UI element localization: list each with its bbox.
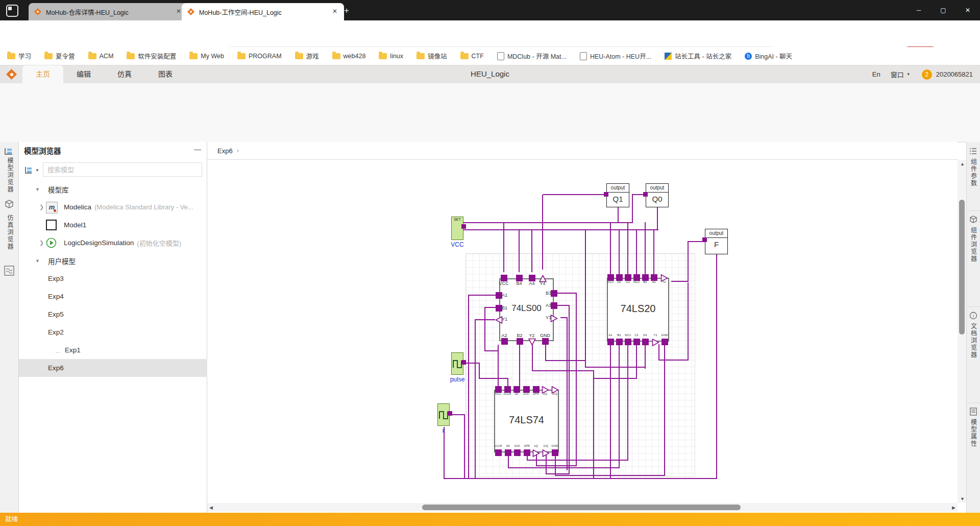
search-input[interactable] — [43, 162, 202, 177]
pin-Y1-output[interactable] — [652, 339, 659, 346]
tree-item-Exp3[interactable]: Exp3 — [19, 270, 207, 288]
search-filter-button[interactable]: ▼ — [24, 162, 40, 178]
sidebar-tab-model-browser[interactable]: 模型浏览器 — [6, 157, 14, 193]
source-pin[interactable] — [448, 411, 452, 416]
diagram-canvas[interactable]: 74LS00VCCB4A4Y4A2B2Y2GNDA1B1Y1B3A3Y374LS… — [207, 160, 958, 503]
tree-item-Exp5[interactable]: Exp5 — [19, 305, 207, 323]
language-toggle[interactable]: En — [872, 70, 880, 78]
tree-item-Exp1[interactable]: ..Exp1 — [19, 341, 207, 359]
maximize-button[interactable]: ▢ — [931, 0, 955, 20]
pin-GND[interactable] — [662, 339, 668, 345]
pin-B1[interactable] — [616, 339, 623, 345]
dock-tab-模型属性[interactable]: 模型属性 — [967, 402, 980, 505]
pin-NC1[interactable] — [625, 339, 631, 345]
component-cube-icon[interactable] — [4, 199, 14, 211]
dock-tab-文档浏览器[interactable]: i文档浏览器 — [967, 306, 980, 403]
expand-icon[interactable]: ❯ — [39, 240, 44, 246]
horizontal-scroll-thumb[interactable] — [422, 505, 741, 510]
pin-A3[interactable] — [551, 302, 557, 309]
vertical-scrollbar[interactable]: ▲ ▼ — [958, 160, 966, 503]
pin-1D[interactable] — [505, 449, 511, 456]
tab-actions-icon[interactable] — [6, 5, 18, 17]
scroll-right-icon[interactable]: ▶ — [952, 505, 955, 510]
output-pin[interactable] — [643, 192, 648, 197]
notification-badge[interactable]: 2 — [922, 69, 932, 80]
pin-Y2-output[interactable] — [528, 338, 536, 346]
pin-1CK[interactable] — [514, 449, 521, 456]
bookmark-item[interactable]: HEU-Atom - HEU开... — [580, 51, 651, 61]
output-block-F[interactable]: outputF — [705, 229, 728, 254]
tree-item-LogicDesignSimulation[interactable]: ❯LogicDesignSimulation(初始化空模型) — [19, 234, 207, 252]
dock-tab-组件参数[interactable]: 组件参数 — [967, 142, 980, 211]
bookmark-item[interactable]: 游戏 — [295, 51, 319, 61]
pin-A1[interactable] — [607, 339, 614, 345]
ribbon-tab-编辑[interactable]: 编辑 — [63, 65, 104, 83]
bookmark-item[interactable]: web428 — [332, 53, 366, 60]
bookmark-item[interactable]: 镜像站 — [416, 51, 447, 61]
bookmark-item[interactable]: 软件安装配置 — [127, 51, 176, 61]
pin-GND[interactable] — [552, 449, 558, 456]
bookmark-item[interactable]: linux — [379, 53, 403, 60]
pin-C1[interactable] — [633, 339, 640, 345]
new-tab-button[interactable]: + — [341, 5, 352, 16]
chevron-down-icon[interactable]: ▼ — [906, 72, 911, 77]
bookmark-item[interactable]: My Web — [189, 53, 224, 60]
bookmark-item[interactable]: 站长工具 - 站长之家 — [665, 51, 731, 61]
output-block-Q0[interactable]: outputQ0 — [646, 183, 669, 207]
pin-GND[interactable] — [542, 338, 549, 345]
sim-browser-wave-icon[interactable] — [4, 266, 14, 278]
bookmark-item[interactable]: ACM — [88, 53, 114, 60]
bookmark-item[interactable]: bBingAI - 聊天 — [745, 51, 792, 61]
model-browser-tab-icon[interactable] — [4, 147, 13, 157]
source-pin[interactable] — [461, 360, 466, 365]
pin-1Q-output[interactable] — [532, 449, 540, 457]
ribbon-tab-图表[interactable]: 图表 — [145, 65, 186, 83]
bookmark-item[interactable]: 学习 — [7, 51, 31, 61]
bookmark-item[interactable]: CTF — [460, 53, 484, 60]
breadcrumb-item[interactable]: Exp6 — [217, 147, 233, 155]
tree-item-Model1[interactable]: Model1 — [19, 216, 207, 234]
source-pin[interactable] — [461, 224, 466, 229]
bookmark-item[interactable]: 夏令营 — [44, 51, 75, 61]
expand-icon[interactable]: ❯ — [39, 204, 44, 210]
tree-item-Exp6[interactable]: Exp6 — [19, 359, 207, 377]
output-block-Q1[interactable]: outputQ1 — [606, 183, 629, 207]
browser-tab-1[interactable]: MoHub-仓库详情-HEU_Logic ✕ — [29, 3, 188, 20]
ribbon-tab-仿真[interactable]: 仿真 — [104, 65, 145, 83]
vertical-scroll-thumb[interactable] — [959, 200, 965, 334]
pin-D1[interactable] — [642, 339, 649, 345]
dock-tab-组件浏览器[interactable]: 组件浏览器 — [967, 210, 980, 307]
tree-item-Exp2[interactable]: Exp2 — [19, 323, 207, 341]
wire-segment — [463, 229, 658, 230]
collapse-icon[interactable]: ▼ — [35, 258, 40, 264]
window-menu[interactable]: 窗口 — [891, 69, 904, 79]
sidebar-tab-sim-browser[interactable]: 仿真浏览器 — [6, 214, 14, 250]
ribbon-tab-主页[interactable]: 主页 — [22, 65, 63, 83]
pin-B3[interactable] — [551, 290, 557, 297]
panel-minimize-icon[interactable]: — — [193, 145, 202, 154]
tree-item-Modelica[interactable]: ❯mModelica(Modelica Standard Library - V… — [19, 198, 207, 216]
bookmark-item[interactable]: MDClub - 开源 Mat... — [497, 51, 567, 61]
tree-item-用户模型[interactable]: ▼用户模型 — [19, 252, 207, 270]
bookmark-item[interactable]: PROGRAM — [237, 53, 282, 60]
output-pin[interactable] — [702, 237, 707, 242]
collapse-icon[interactable]: ▼ — [35, 187, 40, 192]
output-pin[interactable] — [604, 192, 608, 197]
browser-tab-2-active[interactable]: MoHub-工作空间-HEU_Logic ✕ — [182, 3, 344, 20]
pin-B2[interactable] — [517, 338, 523, 345]
scroll-down-icon[interactable]: ▼ — [960, 496, 965, 501]
pin-1PR[interactable] — [524, 449, 530, 456]
folder-icon — [7, 53, 15, 59]
scroll-up-icon[interactable]: ▲ — [960, 161, 965, 166]
minimize-button[interactable]: ─ — [906, 0, 931, 20]
pin-A2[interactable] — [501, 338, 508, 345]
pin-1/Q-output[interactable] — [542, 449, 550, 457]
user-id[interactable]: 2020065821 — [936, 70, 973, 78]
close-button[interactable]: ✕ — [955, 0, 980, 20]
scroll-left-icon[interactable]: ◀ — [209, 505, 213, 510]
tree-item-Exp4[interactable]: Exp4 — [19, 288, 207, 305]
horizontal-scrollbar[interactable]: ◀ ▶ — [207, 503, 958, 512]
pin-1CLR[interactable] — [495, 449, 502, 456]
tree-item-模型库[interactable]: ▼模型库 — [19, 180, 207, 198]
tab-close-icon[interactable]: ✕ — [331, 8, 339, 16]
